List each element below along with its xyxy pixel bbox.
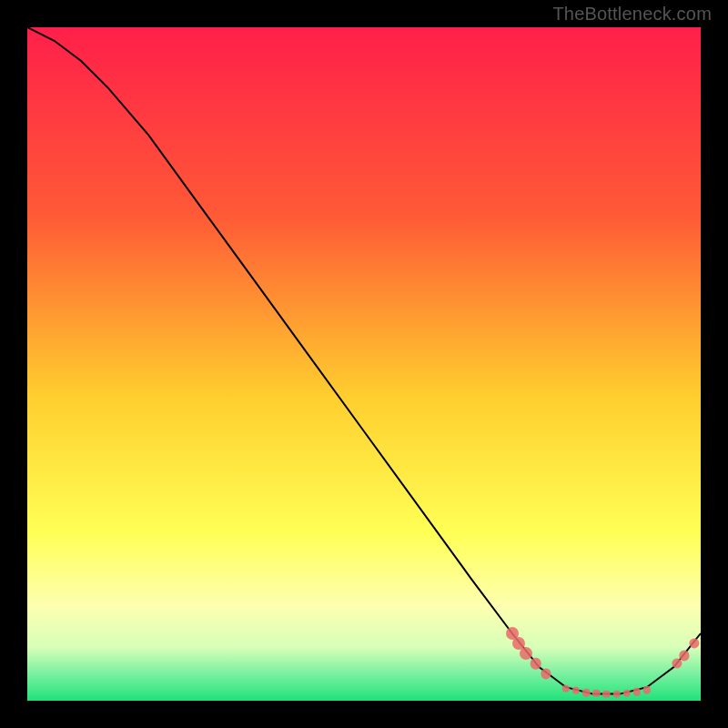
chart-container: TheBottleneck.com [0, 0, 728, 728]
curve-layer [27, 27, 701, 701]
plot-area [27, 27, 701, 701]
watermark-text: TheBottleneck.com [552, 4, 712, 25]
data-point [520, 647, 532, 660]
bottleneck-curve [27, 27, 701, 694]
data-point [530, 658, 541, 670]
